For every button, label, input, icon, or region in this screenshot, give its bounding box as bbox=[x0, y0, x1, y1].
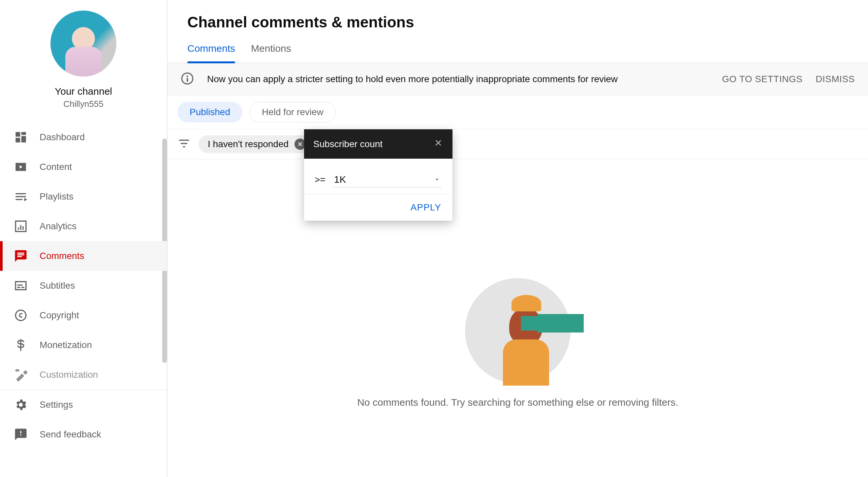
empty-message: No comments found. Try searching for som… bbox=[357, 397, 678, 408]
playlists-icon bbox=[14, 190, 28, 204]
sidebar-item-label: Send feedback bbox=[39, 429, 101, 440]
sidebar-item-label: Content bbox=[39, 161, 72, 172]
popover-body: >= 1K bbox=[304, 159, 453, 194]
sidebar-item-settings[interactable]: Settings bbox=[0, 390, 167, 420]
filter-chip-label: I haven't responded bbox=[208, 139, 288, 149]
banner-actions: GO TO SETTINGS DISMISS bbox=[722, 74, 855, 85]
sidebar-item-monetization[interactable]: Monetization bbox=[0, 330, 167, 360]
tab-label: Mentions bbox=[251, 43, 291, 54]
sidebar-item-label: Customization bbox=[39, 369, 98, 380]
apply-button[interactable]: APPLY bbox=[411, 202, 441, 212]
chip-held-for-review[interactable]: Held for review bbox=[250, 102, 336, 122]
select-value: 1K bbox=[334, 174, 346, 185]
sidebar-item-comments[interactable]: Comments bbox=[0, 241, 167, 271]
chip-label: Published bbox=[190, 107, 230, 117]
copyright-icon bbox=[14, 308, 28, 322]
sidebar: Your channel Chillyn555 Dashboard Conten… bbox=[0, 0, 167, 477]
hat-shape bbox=[512, 295, 541, 311]
info-banner: Now you can apply a stricter setting to … bbox=[167, 63, 868, 95]
sidebar-item-label: Monetization bbox=[39, 340, 92, 350]
subscriber-count-select[interactable]: 1K bbox=[333, 172, 442, 187]
operator-label: >= bbox=[315, 175, 326, 185]
sidebar-item-label: Settings bbox=[39, 399, 73, 410]
filter-chip-not-responded[interactable]: I haven't responded bbox=[198, 135, 310, 153]
sidebar-item-analytics[interactable]: Analytics bbox=[0, 211, 167, 241]
dashboard-icon bbox=[14, 130, 28, 144]
popover-title: Subscriber count bbox=[313, 139, 382, 149]
page-title: Channel comments & mentions bbox=[167, 0, 868, 40]
telescope-shape bbox=[537, 314, 584, 332]
sidebar-item-copyright[interactable]: Copyright bbox=[0, 300, 167, 330]
avatar[interactable] bbox=[51, 10, 116, 77]
profile-block: Your channel Chillyn555 bbox=[0, 10, 167, 122]
customization-icon bbox=[14, 368, 28, 382]
sidebar-item-label: Analytics bbox=[39, 221, 76, 232]
your-channel-label: Your channel bbox=[55, 86, 112, 97]
svg-point-0 bbox=[16, 310, 26, 321]
sidebar-item-feedback[interactable]: Send feedback bbox=[0, 420, 167, 449]
filter-row: I haven't responded Subscriber count >= … bbox=[167, 129, 868, 159]
banner-text: Now you can apply a stricter setting to … bbox=[207, 74, 709, 85]
sidebar-nav: Dashboard Content Playlists bbox=[0, 122, 167, 449]
chip-label: Held for review bbox=[262, 107, 323, 117]
sidebar-item-customization[interactable]: Customization bbox=[0, 360, 167, 390]
tab-mentions[interactable]: Mentions bbox=[251, 40, 291, 63]
sidebar-item-label: Playlists bbox=[39, 191, 73, 202]
sidebar-item-playlists[interactable]: Playlists bbox=[0, 182, 167, 211]
popover-footer: APPLY bbox=[304, 194, 453, 221]
channel-name: Chillyn555 bbox=[63, 99, 103, 109]
info-icon bbox=[181, 72, 194, 86]
empty-state: No comments found. Try searching for som… bbox=[167, 159, 868, 408]
subtitles-icon bbox=[14, 279, 28, 293]
status-chips: Published Held for review bbox=[167, 95, 868, 129]
go-to-settings-button[interactable]: GO TO SETTINGS bbox=[722, 74, 802, 85]
feedback-icon bbox=[14, 427, 28, 441]
tab-label: Comments bbox=[187, 43, 235, 54]
chip-published[interactable]: Published bbox=[178, 102, 242, 122]
chevron-down-icon bbox=[433, 176, 441, 183]
close-icon[interactable] bbox=[433, 138, 443, 150]
sidebar-item-label: Copyright bbox=[39, 310, 79, 321]
content-icon bbox=[14, 160, 28, 174]
sidebar-item-dashboard[interactable]: Dashboard bbox=[0, 122, 167, 152]
sidebar-item-label: Subtitles bbox=[39, 280, 75, 291]
subscriber-count-popover: Subscriber count >= 1K APPLY bbox=[304, 129, 453, 221]
empty-illustration bbox=[465, 278, 570, 384]
main-content: Channel comments & mentions Comments Men… bbox=[167, 0, 868, 477]
tab-comments[interactable]: Comments bbox=[187, 40, 235, 63]
popover-header: Subscriber count bbox=[304, 129, 453, 159]
comments-icon bbox=[14, 249, 28, 263]
analytics-icon bbox=[14, 219, 28, 233]
sidebar-item-content[interactable]: Content bbox=[0, 152, 167, 182]
gear-icon bbox=[14, 398, 28, 412]
tabs: Comments Mentions bbox=[167, 40, 868, 63]
monetization-icon bbox=[14, 338, 28, 352]
sidebar-item-label: Dashboard bbox=[39, 132, 85, 143]
sidebar-bottom: Settings Send feedback bbox=[0, 390, 167, 449]
dismiss-button[interactable]: DISMISS bbox=[815, 74, 855, 85]
sidebar-item-label: Comments bbox=[39, 251, 84, 261]
filter-icon[interactable] bbox=[178, 137, 191, 151]
sidebar-item-subtitles[interactable]: Subtitles bbox=[0, 271, 167, 300]
sidebar-nav-scroll: Dashboard Content Playlists bbox=[0, 122, 167, 390]
